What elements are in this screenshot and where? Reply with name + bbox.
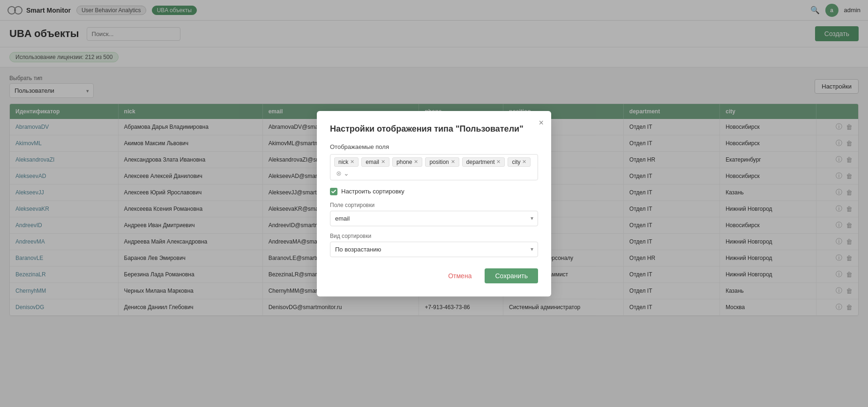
modal-title: Настройки отображения типа "Пользователи… <box>330 124 538 134</box>
modal-footer: Отмена Сохранить <box>330 268 538 283</box>
modal-close-button[interactable]: × <box>539 118 544 127</box>
sort-field-label: Поле сортировки <box>330 202 538 208</box>
tag-remove-icon[interactable]: ✕ <box>350 159 354 165</box>
sort-order-group: Вид сортировки По возрастанию ▾ <box>330 233 538 257</box>
tag-label: email <box>366 159 379 165</box>
sort-order-select[interactable]: По возрастанию <box>330 242 538 257</box>
tag-label: phone <box>397 159 412 165</box>
tag-item: phone✕ <box>392 157 422 167</box>
sort-field-select[interactable]: email <box>330 211 538 226</box>
tag-remove-icon[interactable]: ✕ <box>381 159 385 165</box>
save-button[interactable]: Сохранить <box>485 268 538 283</box>
tag-item: nick✕ <box>334 157 359 167</box>
sort-order-select-wrapper: По возрастанию ▾ <box>330 242 538 257</box>
clear-tags-icon[interactable]: ⊗ <box>336 170 342 177</box>
tag-label: city <box>512 159 520 165</box>
tag-item: position✕ <box>425 157 459 167</box>
tag-remove-icon[interactable]: ✕ <box>522 159 526 165</box>
sort-field-group: Поле сортировки email ▾ <box>330 202 538 226</box>
tag-actions: ⊗ ⌄ <box>336 170 349 177</box>
tag-item: email✕ <box>361 157 389 167</box>
expand-tags-icon[interactable]: ⌄ <box>344 170 349 177</box>
tag-item: city✕ <box>508 157 531 167</box>
sort-checkbox-row: Настроить сортировку <box>330 188 538 195</box>
tag-item: department✕ <box>462 157 505 167</box>
tag-label: department <box>466 159 495 165</box>
cancel-button[interactable]: Отмена <box>441 268 479 283</box>
sort-checkbox[interactable] <box>330 188 337 195</box>
modal-overlay[interactable]: × Настройки отображения типа "Пользовате… <box>0 0 868 324</box>
tag-label: nick <box>338 159 348 165</box>
sort-field-select-wrapper: email ▾ <box>330 211 538 226</box>
tag-remove-icon[interactable]: ✕ <box>496 159 501 165</box>
tag-remove-icon[interactable]: ✕ <box>451 159 455 165</box>
tags-container: nick✕email✕phone✕position✕department✕cit… <box>330 154 538 180</box>
settings-modal: × Настройки отображения типа "Пользовате… <box>317 111 551 296</box>
sort-checkbox-label: Настроить сортировку <box>341 188 404 195</box>
fields-section-label: Отображаемые поля <box>330 143 538 150</box>
sort-order-label: Вид сортировки <box>330 233 538 239</box>
tag-remove-icon[interactable]: ✕ <box>414 159 418 165</box>
tag-label: position <box>429 159 449 165</box>
